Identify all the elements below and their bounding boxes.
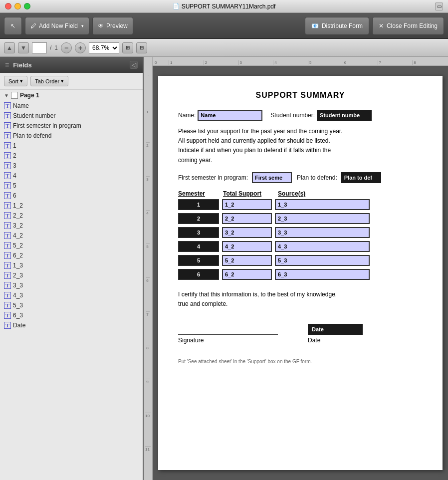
sidebar-item-f-3[interactable]: T3 <box>0 161 143 171</box>
cell-source-4_3[interactable]: 4_3 <box>275 241 370 252</box>
fit-page-btn[interactable]: ⊞ <box>122 42 133 53</box>
vruler-5: 5 <box>146 243 149 277</box>
cell-total-2_2[interactable]: 2_2 <box>222 213 272 224</box>
sidebar-item-f-1-3[interactable]: T1_3 <box>0 260 143 270</box>
sidebar-item-f-name[interactable]: TName <box>0 101 143 111</box>
field-label-f-4: 4 <box>13 172 16 179</box>
sidebar-item-f-4-3[interactable]: T4_3 <box>0 290 143 300</box>
cell-total-4_2[interactable]: 4_2 <box>222 241 272 252</box>
cell-total-5_2[interactable]: 5_2 <box>222 255 272 266</box>
sidebar-item-f-4[interactable]: T4 <box>0 171 143 181</box>
sidebar-item-f-2-2[interactable]: T2_2 <box>0 211 143 221</box>
field-label-f-3-3: 3_3 <box>13 282 23 289</box>
minimize-window-btn[interactable] <box>14 3 21 9</box>
vruler-4: 4 <box>146 210 149 244</box>
th-total: Total Support <box>223 190 278 197</box>
signature-line <box>178 332 278 335</box>
arrow-tool-icon: ↖ <box>10 22 15 29</box>
ruler-mark-5: 5 <box>308 60 343 65</box>
distribute-btn[interactable]: 📧 Distribute Form <box>305 17 369 35</box>
field-icon-f-first-semester: T <box>4 122 11 129</box>
semester-row: First semester in program: First seme Pl… <box>178 172 423 183</box>
sidebar-item-f-first-semester[interactable]: TFirst semester in program <box>0 121 143 131</box>
sidebar-item-f-3-2[interactable]: T3_2 <box>0 221 143 231</box>
zoom-in-btn[interactable]: + <box>75 42 86 53</box>
cell-total-1_2[interactable]: 1_2 <box>222 199 272 210</box>
tab-order-chevron-icon: ▾ <box>61 78 64 84</box>
ruler-mark-0: 0 <box>154 60 169 65</box>
table-row: 3 3_2 3_3 <box>178 227 423 238</box>
sidebar-item-f-6[interactable]: T6 <box>0 191 143 201</box>
page-input[interactable]: 1 <box>32 42 47 53</box>
cell-semester-3[interactable]: 3 <box>178 227 219 238</box>
cell-semester-1[interactable]: 1 <box>178 199 219 210</box>
doc-scroll[interactable]: SUPPORT SUMMARY Name: Name Student numbe… <box>153 66 448 480</box>
close-window-btn[interactable] <box>5 3 11 9</box>
sidebar-item-f-4-2[interactable]: T4_2 <box>0 231 143 240</box>
field-icon-f-2-2: T <box>4 212 11 219</box>
cell-semester-2[interactable]: 2 <box>178 213 219 224</box>
field-label-f-2: 2 <box>13 152 16 159</box>
document-area: 1 2 3 4 5 6 7 8 9 10 11 0 1 2 3 4 <box>144 57 448 480</box>
sort-btn[interactable]: Sort ▾ <box>4 76 27 86</box>
signature-label: Signature <box>178 337 278 344</box>
cell-source-3_3[interactable]: 3_3 <box>275 227 370 238</box>
tab-order-btn[interactable]: Tab Order ▾ <box>30 76 68 86</box>
add-field-btn[interactable]: 🖊 Add New Field ▾ <box>25 17 89 35</box>
zoom-out-btn[interactable]: − <box>61 42 72 53</box>
sidebar-item-f-3-3[interactable]: T3_3 <box>0 280 143 290</box>
cell-source-2_3[interactable]: 2_3 <box>275 213 370 224</box>
fit-width-btn[interactable]: ⊟ <box>136 42 147 53</box>
cell-source-6_3[interactable]: 6_3 <box>275 269 370 280</box>
tab-order-label: Tab Order <box>35 78 59 84</box>
arrow-tool-btn[interactable]: ↖ <box>4 17 22 35</box>
table-row: 4 4_2 4_3 <box>178 241 423 252</box>
next-page-btn[interactable]: ▼ <box>18 42 29 53</box>
close-editing-icon: ✕ <box>379 22 384 29</box>
cell-semester-4[interactable]: 4 <box>178 241 219 252</box>
distribute-icon: 📧 <box>311 22 319 29</box>
sidebar-item-f-5-2[interactable]: T5_2 <box>0 240 143 250</box>
preview-btn[interactable]: 👁 Preview <box>92 17 133 35</box>
sidebar-item-f-student-number[interactable]: TStudent number <box>0 111 143 121</box>
field-icon-f-3-3: T <box>4 282 11 289</box>
cell-total-6_2[interactable]: 6_2 <box>222 269 272 280</box>
sidebar-item-f-date[interactable]: TDate <box>0 320 143 330</box>
sidebar-header: ≡ Fields ◁ <box>0 57 143 73</box>
vertical-ruler: 1 2 3 4 5 6 7 8 9 10 11 <box>144 57 153 480</box>
sidebar-item-f-2-3[interactable]: T2_3 <box>0 270 143 280</box>
name-row: Name: Name Student number: Student numbe <box>178 110 423 121</box>
zoom-select[interactable]: 68.7% 50% 75% 100% 150% <box>89 42 119 53</box>
cell-source-1_3[interactable]: 1_3 <box>275 199 370 210</box>
prev-page-btn[interactable]: ▲ <box>4 42 15 53</box>
date-field[interactable]: Date <box>308 324 363 335</box>
close-editing-btn[interactable]: ✕ Close Form Editing <box>372 17 444 35</box>
cell-source-5_3[interactable]: 5_3 <box>275 255 370 266</box>
vruler-7: 7 <box>146 311 149 345</box>
signature-group: Signature <box>178 332 278 344</box>
sidebar-collapse-btn[interactable]: ◁ <box>130 61 138 69</box>
titlebar-resize-btn[interactable]: ▭ <box>435 2 443 10</box>
cell-total-3_2[interactable]: 3_2 <box>222 227 272 238</box>
sidebar-item-f-1-2[interactable]: T1_2 <box>0 201 143 211</box>
ruler-mark-3: 3 <box>238 60 273 65</box>
maximize-window-btn[interactable] <box>24 3 30 9</box>
sidebar-item-f-plan-to-defend[interactable]: TPlan to defend <box>0 131 143 141</box>
th-sources: Source(s) <box>278 190 305 197</box>
plan-defend-field[interactable]: Plan to def <box>341 172 381 183</box>
name-field[interactable]: Name <box>198 110 262 121</box>
cell-semester-5[interactable]: 5 <box>178 255 219 266</box>
sidebar-item-f-5-3[interactable]: T5_3 <box>0 300 143 310</box>
student-number-field[interactable]: Student numbe <box>317 110 372 121</box>
sidebar-item-f-2[interactable]: T2 <box>0 151 143 161</box>
cell-semester-6[interactable]: 6 <box>178 269 219 280</box>
sidebar-item-f-5[interactable]: T5 <box>0 181 143 191</box>
sidebar-item-f-6-2[interactable]: T6_2 <box>0 250 143 260</box>
first-semester-field[interactable]: First seme <box>252 172 292 183</box>
vruler-0 <box>148 75 149 109</box>
student-number-label: Student number: <box>270 112 315 119</box>
sidebar-item-f-6-3[interactable]: T6_3 <box>0 310 143 320</box>
sidebar-header-icon: ≡ <box>5 61 9 69</box>
sidebar-item-f-1[interactable]: T1 <box>0 141 143 151</box>
field-icon-f-6-3: T <box>4 312 11 319</box>
